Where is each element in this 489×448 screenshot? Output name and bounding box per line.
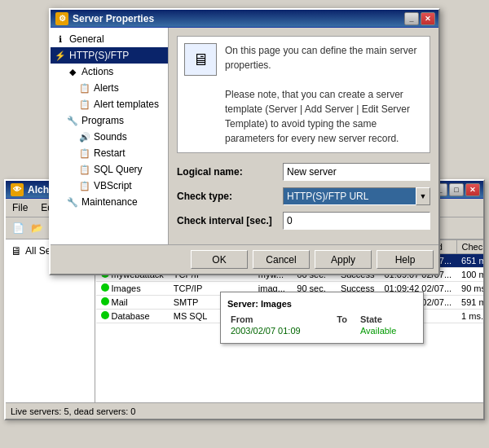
tooltip-popup: Server: Images From To State 2003/02/07 … xyxy=(220,292,424,344)
vbscript-icon: 📋 xyxy=(78,179,91,192)
tree-item-label: General xyxy=(69,33,104,45)
sounds-icon: 🔊 xyxy=(78,130,91,143)
alert-templates-icon: 📋 xyxy=(78,98,91,111)
dialog-title: Server Properties xyxy=(73,13,154,24)
tree-item-general[interactable]: ℹ General xyxy=(51,31,168,47)
maintenance-icon: 🔧 xyxy=(66,195,79,209)
tree-item-label: Restart xyxy=(94,147,126,159)
tree-item-programs[interactable]: 🔧 Programs xyxy=(51,112,168,129)
col-check-length[interactable]: Check length xyxy=(456,240,483,254)
app-icon: 👁 xyxy=(11,183,24,196)
tooltip-row: 2003/02/07 01:09 Available xyxy=(227,325,416,336)
tree-item-label: HTTP(S)/FTP xyxy=(69,50,129,61)
tree-item-alert-templates[interactable]: 📋 Alert templates xyxy=(51,96,168,112)
status-dot xyxy=(101,311,109,319)
alerts-icon: 📋 xyxy=(78,81,91,94)
tooltip-col-state: State xyxy=(357,314,416,325)
programs-icon: 🔧 xyxy=(66,114,79,127)
general-icon: ℹ xyxy=(54,33,67,46)
cancel-button[interactable]: Cancel xyxy=(253,250,310,269)
main-close-button[interactable]: ✕ xyxy=(465,183,480,196)
apply-button[interactable]: Apply xyxy=(315,250,372,269)
status-dot xyxy=(101,297,109,305)
tooltip-server-name: Images xyxy=(261,299,292,309)
tree-item-label: VBScript xyxy=(94,180,132,191)
dialog-tree-panel: ℹ General ⚡ HTTP(S)/FTP ◆ Actions 📋 Aler… xyxy=(51,28,169,244)
statusbar-text: Live servers: 5, dead servers: 0 xyxy=(11,406,135,416)
info-server-icon: 🖥 xyxy=(184,43,217,76)
dialog-icon: ⚙ xyxy=(55,12,68,25)
info-text-2: Please note, that you can create a serve… xyxy=(225,87,423,146)
logical-name-label: Logical name: xyxy=(177,166,283,178)
tooltip-to xyxy=(333,325,357,336)
server-properties-dialog: ⚙ Server Properties _ ✕ ℹ General ⚡ HTTP… xyxy=(49,8,440,275)
check-interval-row: Check interval [sec.] xyxy=(177,212,430,230)
tree-item-label: SQL Query xyxy=(94,164,143,175)
menu-file[interactable]: File xyxy=(6,200,34,215)
tree-item-label: Actions xyxy=(82,66,113,77)
ok-button[interactable]: OK xyxy=(191,250,248,269)
check-interval-label: Check interval [sec.] xyxy=(177,215,283,226)
dialog-minimize-button[interactable]: _ xyxy=(404,12,419,25)
statusbar: Live servers: 5, dead servers: 0 xyxy=(6,402,483,419)
logical-name-input[interactable] xyxy=(283,163,430,181)
tooltip-from: 2003/02/07 01:09 xyxy=(227,325,333,336)
tree-item-restart[interactable]: 📋 Restart xyxy=(51,145,168,161)
dialog-footer: OK Cancel Apply Help xyxy=(51,244,438,274)
restart-icon: 📋 xyxy=(78,147,91,160)
check-interval-input[interactable] xyxy=(283,212,430,230)
tree-item-sql-query[interactable]: 📋 SQL Query xyxy=(51,161,168,178)
check-type-label: Check type: xyxy=(177,191,283,202)
tree-item-label: Alert templates xyxy=(94,99,159,110)
tree-item-label: Sounds xyxy=(94,131,127,143)
dialog-titlebar-buttons: _ ✕ xyxy=(404,12,435,25)
check-type-dropdown-arrow[interactable]: ▼ xyxy=(416,187,430,205)
tree-item-http-ftp[interactable]: ⚡ HTTP(S)/FTP xyxy=(51,47,168,64)
tooltip-server-label: Server: xyxy=(227,299,258,309)
status-dot xyxy=(101,283,109,292)
tree-item-alerts[interactable]: 📋 Alerts xyxy=(51,80,168,96)
servers-folder-icon: 🖥 xyxy=(11,244,22,257)
tree-item-label: Programs xyxy=(82,115,124,126)
dialog-body: ℹ General ⚡ HTTP(S)/FTP ◆ Actions 📋 Aler… xyxy=(51,28,438,244)
dialog-close-button[interactable]: ✕ xyxy=(421,12,435,25)
check-type-select[interactable]: HTTP(S)/FTP URL xyxy=(283,187,416,205)
tree-item-maintenance[interactable]: 🔧 Maintenance xyxy=(51,194,168,210)
dialog-titlebar: ⚙ Server Properties _ ✕ xyxy=(51,10,438,28)
check-type-row: Check type: HTTP(S)/FTP URL ▼ xyxy=(177,187,430,205)
tooltip-col-to: To xyxy=(333,314,357,325)
info-text-1: On this page you can define the main ser… xyxy=(225,43,423,72)
tooltip-state: Available xyxy=(357,325,416,336)
info-box: 🖥 On this page you can define the main s… xyxy=(177,36,430,153)
check-type-value: HTTP(S)/FTP URL xyxy=(287,191,368,202)
tree-item-label: Maintenance xyxy=(82,196,138,208)
logical-name-row: Logical name: xyxy=(177,163,430,181)
tooltip-table: From To State 2003/02/07 01:09 Available xyxy=(227,314,416,336)
sql-icon: 📋 xyxy=(78,163,91,176)
tree-item-actions[interactable]: ◆ Actions xyxy=(51,64,168,80)
http-icon: ⚡ xyxy=(54,49,67,62)
main-maximize-button[interactable]: □ xyxy=(449,183,464,196)
dialog-right-panel: 🖥 On this page you can define the main s… xyxy=(169,28,438,244)
check-type-wrapper: HTTP(S)/FTP URL ▼ xyxy=(283,187,430,205)
tree-item-sounds[interactable]: 🔊 Sounds xyxy=(51,129,168,145)
help-button[interactable]: Help xyxy=(377,250,434,269)
toolbar-new-btn[interactable]: 📄 xyxy=(9,219,27,237)
tree-item-label: Alerts xyxy=(94,82,119,94)
tree-item-vbscript[interactable]: 📋 VBScript xyxy=(51,178,168,194)
actions-icon: ◆ xyxy=(66,65,79,78)
tooltip-header: Server: Images xyxy=(227,299,416,309)
toolbar-open-btn[interactable]: 📂 xyxy=(28,219,46,237)
tooltip-col-from: From xyxy=(227,314,333,325)
